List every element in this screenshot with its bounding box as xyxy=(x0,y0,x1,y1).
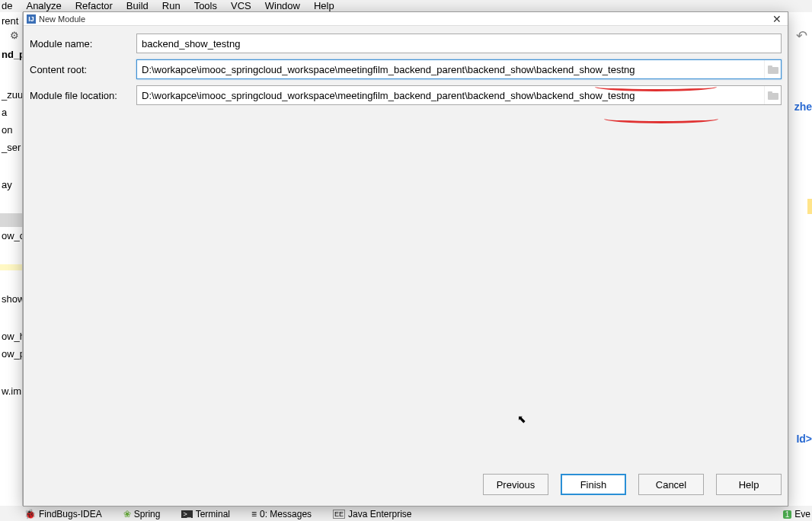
annotation-mark xyxy=(604,119,718,123)
javaee-icon: EE xyxy=(333,510,345,519)
sidebar-item[interactable]: ow_c xyxy=(0,227,22,245)
folder-icon xyxy=(768,91,778,100)
browse-content-root-button[interactable] xyxy=(764,60,781,78)
cursor-icon: ⬉ xyxy=(517,413,526,425)
dialog-body: Module name: Content root: Module file l… xyxy=(24,26,788,466)
code-fragment: zhe xyxy=(794,101,812,113)
sidebar-item[interactable]: show xyxy=(0,290,22,308)
undo-icon[interactable]: ↶ xyxy=(796,27,807,44)
sidebar-item[interactable]: rent xyxy=(0,12,22,30)
help-button[interactable]: Help xyxy=(716,474,782,495)
finish-button[interactable]: Finish xyxy=(561,474,626,495)
terminal-icon: >_ xyxy=(181,510,192,518)
module-file-location-label: Module file location: xyxy=(30,90,136,101)
cancel-button[interactable]: Cancel xyxy=(638,474,704,495)
sidebar-item[interactable]: ow_p xyxy=(0,345,22,363)
content-root-field-wrap xyxy=(136,59,782,79)
menu-item[interactable]: Build xyxy=(125,0,150,12)
module-file-location-field-wrap xyxy=(136,85,782,105)
project-sidebar: rent ⚙ nd_p _zuu a on _ser ay ow_c show … xyxy=(0,12,23,506)
menu-item[interactable]: Refactor xyxy=(74,0,114,12)
messages-tool[interactable]: ≡0: Messages xyxy=(251,509,312,519)
javaee-tool[interactable]: EEJava Enterprise xyxy=(333,509,411,519)
findbugs-tool[interactable]: 🐞FindBugs-IDEA xyxy=(24,509,102,519)
sidebar-item[interactable]: ay xyxy=(0,176,22,193)
terminal-tool[interactable]: >_Terminal xyxy=(181,509,230,519)
previous-button[interactable]: Previous xyxy=(483,474,548,495)
marker xyxy=(807,199,812,214)
dialog-titlebar: IJ New Module ✕ xyxy=(24,12,788,26)
folder-icon xyxy=(768,66,778,74)
sidebar-item[interactable]: ow_h xyxy=(0,328,22,345)
new-module-dialog: IJ New Module ✕ Module name: Content roo… xyxy=(23,11,788,507)
menu-item[interactable]: VCS xyxy=(229,0,253,12)
menu-item[interactable]: Tools xyxy=(193,0,219,12)
sidebar-item-selected[interactable] xyxy=(0,213,22,227)
menu-item[interactable]: Help xyxy=(312,0,336,12)
content-root-input[interactable] xyxy=(137,61,764,78)
browse-module-file-button[interactable] xyxy=(764,86,781,104)
event-label: Eve xyxy=(794,509,810,519)
module-name-input[interactable] xyxy=(137,35,781,53)
event-log[interactable]: 1 Eve xyxy=(783,509,812,519)
dialog-buttons: Previous Finish Cancel Help xyxy=(24,466,788,506)
menu-item[interactable]: Run xyxy=(161,0,182,12)
sidebar-item[interactable]: _zuu xyxy=(0,86,22,104)
close-icon[interactable]: ✕ xyxy=(769,13,785,25)
sidebar-item[interactable]: on xyxy=(0,121,22,139)
menu-item[interactable]: Analyze xyxy=(24,0,62,12)
spring-tool[interactable]: ❀Spring xyxy=(123,509,161,519)
content-root-label: Content root: xyxy=(30,64,136,75)
message-icon: ≡ xyxy=(251,509,257,519)
sidebar-item[interactable]: w.im xyxy=(0,382,22,400)
main-menu: de Analyze Refactor Build Run Tools VCS … xyxy=(0,0,812,12)
spring-icon: ❀ xyxy=(123,509,131,519)
module-name-field-wrap xyxy=(136,34,782,53)
menu-item[interactable]: de xyxy=(0,0,14,12)
sidebar-item[interactable]: a xyxy=(0,104,22,121)
bottom-toolbar: 🐞FindBugs-IDEA ❀Spring >_Terminal ≡0: Me… xyxy=(0,507,812,521)
dialog-title: New Module xyxy=(39,14,85,24)
sidebar-item[interactable]: nd_p xyxy=(0,46,22,63)
module-file-location-input[interactable] xyxy=(137,87,764,104)
sidebar-item[interactable]: _ser xyxy=(0,139,22,156)
menu-item[interactable]: Window xyxy=(264,0,302,12)
event-count-badge: 1 xyxy=(783,510,792,519)
right-panel: ↶ zhe Id> xyxy=(789,12,812,506)
bug-icon: 🐞 xyxy=(24,509,36,519)
code-fragment: Id> xyxy=(796,433,812,445)
gear-icon[interactable]: ⚙ xyxy=(0,30,22,41)
app-icon: IJ xyxy=(27,14,36,24)
sidebar-item[interactable] xyxy=(0,264,22,270)
module-name-label: Module name: xyxy=(30,38,136,50)
